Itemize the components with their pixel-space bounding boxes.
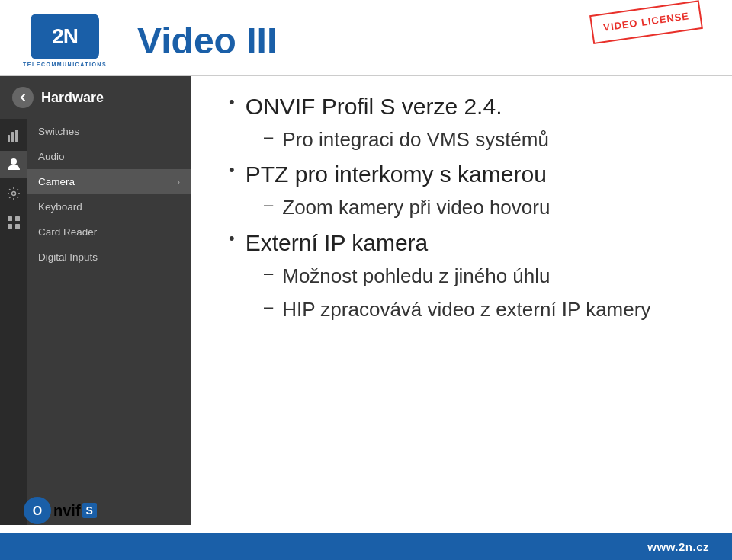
sidebar-item-audio[interactable]: Audio xyxy=(27,144,191,169)
sub-dash-4: – xyxy=(264,296,273,319)
onvif-logo: O nvif S xyxy=(23,496,97,525)
sidebar-menu: Switches Audio Camera › Keyboard Card Re… xyxy=(27,119,191,525)
sub-text-1: Pro integraci do VMS systémů xyxy=(282,126,549,153)
sidebar-title: Hardware xyxy=(41,90,104,106)
sidebar-icon-gear[interactable] xyxy=(0,180,27,207)
sub-bullet-1: – Pro integraci do VMS systémů xyxy=(264,126,702,153)
sidebar-item-card-reader[interactable]: Card Reader xyxy=(27,219,191,245)
grid-icon xyxy=(7,216,21,229)
footer: www.2n.cz xyxy=(0,533,732,560)
svg-point-3 xyxy=(11,158,17,165)
svg-rect-8 xyxy=(15,224,20,229)
svg-rect-5 xyxy=(8,216,12,221)
bullet-main-2: • PTZ pro interkomy s kamerou xyxy=(229,159,702,189)
bullet-dot-1: • xyxy=(229,91,235,114)
sidebar: Hardware xyxy=(0,76,191,525)
sidebar-item-camera[interactable]: Camera › xyxy=(27,169,191,194)
svg-rect-2 xyxy=(15,130,18,142)
sub-bullet-3: – Možnost pohledu z jiného úhlu xyxy=(264,262,702,290)
main-layout: Hardware xyxy=(0,76,732,525)
logo-telecom-text: TELECOMMUNICATIONS xyxy=(23,62,107,67)
sidebar-header: Hardware xyxy=(0,76,191,119)
svg-rect-1 xyxy=(11,132,14,142)
user-icon xyxy=(7,158,21,171)
sidebar-icon-grid[interactable] xyxy=(0,209,27,236)
svg-rect-7 xyxy=(8,224,12,229)
sub-dash-2: – xyxy=(264,194,273,217)
sidebar-item-keyboard[interactable]: Keyboard xyxy=(27,194,191,219)
sidebar-icon-stats[interactable] xyxy=(0,122,27,149)
sidebar-item-digital-inputs[interactable]: Digital Inputs xyxy=(27,245,191,270)
content-area: • ONVIF Profil S verze 2.4. – Pro integr… xyxy=(191,76,732,525)
gear-icon xyxy=(7,187,21,200)
logo-box: 2N xyxy=(30,14,99,59)
sub-text-2: Zoom kamery při video hovoru xyxy=(282,194,550,221)
bullet-text-3: Externí IP kamera xyxy=(246,228,429,258)
sub-text-4: HIP zpracovává video z externí IP kamery xyxy=(282,296,650,323)
sub-bullet-2: – Zoom kamery při video hovoru xyxy=(264,194,702,221)
chevron-right-icon: › xyxy=(177,177,180,187)
sub-text-3: Možnost pohledu z jiného úhlu xyxy=(282,262,550,290)
sidebar-body: Switches Audio Camera › Keyboard Card Re… xyxy=(0,119,191,525)
sidebar-icon-user[interactable] xyxy=(0,151,27,178)
bullet-main-1: • ONVIF Profil S verze 2.4. xyxy=(229,91,702,121)
sidebar-item-switches[interactable]: Switches xyxy=(27,119,191,144)
back-arrow-icon xyxy=(18,93,27,102)
sidebar-back-button[interactable] xyxy=(12,87,34,108)
logo-2n-text: 2N xyxy=(52,24,78,49)
svg-point-4 xyxy=(12,192,16,196)
footer-url: www.2n.cz xyxy=(647,540,709,553)
sub-dash-3: – xyxy=(264,262,273,286)
onvif-s-badge: S xyxy=(82,503,97,518)
bullet-text-1: ONVIF Profil S verze 2.4. xyxy=(246,91,502,121)
onvif-circle-logo: O xyxy=(23,496,52,525)
bullet-main-3: • Externí IP kamera xyxy=(229,228,702,258)
sub-bullet-4: – HIP zpracovává video z externí IP kame… xyxy=(264,296,702,323)
page-title: Video III xyxy=(137,20,277,62)
bar-chart-icon xyxy=(7,129,21,142)
svg-rect-6 xyxy=(15,216,20,221)
bullet-text-2: PTZ pro interkomy s kamerou xyxy=(246,159,547,189)
header: 2N TELECOMMUNICATIONS Video III VIDEO LI… xyxy=(0,0,732,75)
svg-text:O: O xyxy=(33,504,42,517)
sidebar-icons xyxy=(0,119,27,525)
svg-rect-0 xyxy=(8,135,10,142)
video-license-stamp: VIDEO LICENSE xyxy=(589,0,703,44)
bullet-dot-3: • xyxy=(229,228,235,250)
logo-area: 2N TELECOMMUNICATIONS xyxy=(23,14,107,67)
bullet-dot-2: • xyxy=(229,159,235,181)
onvif-text: nvif xyxy=(53,502,81,520)
sub-dash-1: – xyxy=(264,126,273,149)
